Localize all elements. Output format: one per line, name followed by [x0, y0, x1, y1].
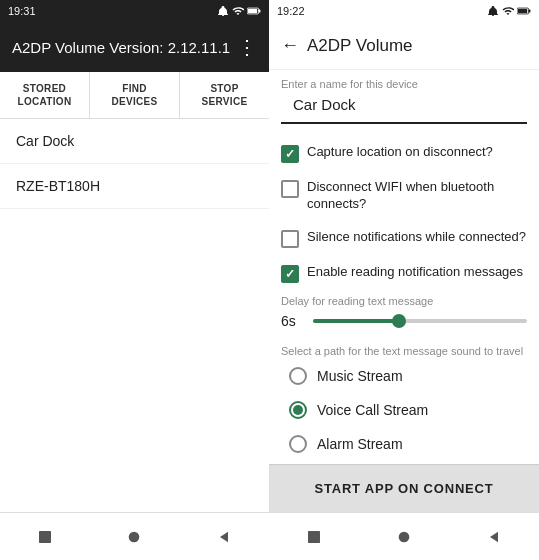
- battery-icon-right: [517, 6, 531, 16]
- app-header-right: ← A2DP Volume: [269, 22, 539, 70]
- slider-value: 6s: [281, 313, 305, 329]
- alarm-stream-radio[interactable]: [289, 435, 307, 453]
- enable-reading-row[interactable]: Enable reading notification messages: [269, 256, 539, 291]
- wifi-icon-right: [502, 5, 514, 17]
- svg-rect-7: [529, 10, 531, 13]
- music-stream-radio[interactable]: [289, 367, 307, 385]
- alarm-stream-label: Alarm Stream: [317, 436, 403, 452]
- disconnect-wifi-row[interactable]: Disconnect WIFI when bluetooth connects?: [269, 171, 539, 221]
- home-nav-btn[interactable]: [124, 527, 144, 547]
- app-title-left: A2DP Volume Version: 2.12.11.1: [12, 39, 230, 56]
- voice-call-stream-radio[interactable]: [289, 401, 307, 419]
- svg-point-4: [129, 531, 140, 542]
- svg-rect-2: [248, 9, 257, 13]
- stop-nav-btn[interactable]: [35, 527, 55, 547]
- time-right: 19:22: [277, 5, 305, 17]
- slider-thumb[interactable]: [392, 314, 406, 328]
- capture-location-row[interactable]: Capture location on disconnect?: [269, 136, 539, 171]
- enable-reading-label: Enable reading notification messages: [307, 264, 523, 281]
- slider-container[interactable]: 6s: [269, 309, 539, 341]
- list-item[interactable]: RZE-BT180H: [0, 164, 269, 209]
- nav-bar-right: [269, 512, 539, 560]
- status-icons-left: [217, 5, 261, 17]
- device-name-value: Car Dock: [293, 96, 356, 113]
- music-stream-label: Music Stream: [317, 368, 403, 384]
- disconnect-wifi-label: Disconnect WIFI when bluetooth connects?: [307, 179, 527, 213]
- battery-icon-left: [247, 6, 261, 16]
- svg-rect-1: [259, 10, 261, 13]
- voice-call-stream-label: Voice Call Stream: [317, 402, 428, 418]
- svg-marker-5: [220, 531, 228, 542]
- enable-reading-checkbox[interactable]: [281, 265, 299, 283]
- device-list: Car Dock RZE-BT180H: [0, 119, 269, 512]
- stored-location-btn[interactable]: STOREDLOCATION: [0, 72, 90, 118]
- app-header-left: A2DP Volume Version: 2.12.11.1 ⋮: [0, 22, 269, 72]
- svg-rect-9: [308, 531, 320, 543]
- slider-section-label: Delay for reading text message: [269, 291, 539, 309]
- capture-location-label: Capture location on disconnect?: [307, 144, 493, 161]
- menu-button[interactable]: ⋮: [237, 35, 257, 59]
- stop-nav-btn-right[interactable]: [304, 527, 324, 547]
- voice-call-stream-row[interactable]: Voice Call Stream: [269, 393, 539, 427]
- nav-bar-left: [0, 512, 269, 560]
- device-name-input-row[interactable]: Car Dock: [281, 92, 527, 124]
- alarm-stream-row[interactable]: Alarm Stream: [269, 427, 539, 461]
- list-item[interactable]: Car Dock: [0, 119, 269, 164]
- home-nav-btn-right[interactable]: [394, 527, 414, 547]
- music-stream-row[interactable]: Music Stream: [269, 359, 539, 393]
- radio-inner-selected: [293, 405, 303, 415]
- svg-marker-11: [490, 531, 498, 542]
- start-app-btn[interactable]: START APP ON CONNECT: [269, 473, 539, 504]
- path-label: Select a path for the text message sound…: [269, 341, 539, 359]
- back-nav-btn[interactable]: [214, 527, 234, 547]
- svg-point-10: [399, 531, 410, 542]
- silence-notifications-row[interactable]: Silence notifications while connected?: [269, 221, 539, 256]
- svg-rect-3: [39, 531, 51, 543]
- silence-notifications-label: Silence notifications while connected?: [307, 229, 526, 246]
- notifications-icon-right: [487, 5, 499, 17]
- right-panel: 19:22 ← A2DP Volume Enter a name for thi…: [269, 0, 539, 560]
- back-nav-btn-right[interactable]: [484, 527, 504, 547]
- time-left: 19:31: [8, 5, 36, 17]
- left-panel: 19:31 A2DP Volume Version: 2.12.11.1 ⋮ S…: [0, 0, 269, 560]
- capture-location-checkbox[interactable]: [281, 145, 299, 163]
- wifi-icon-left: [232, 5, 244, 17]
- status-icons-right: [487, 5, 531, 17]
- slider-track[interactable]: [313, 319, 527, 323]
- status-bar-left: 19:31: [0, 0, 269, 22]
- app-title-right: A2DP Volume: [307, 36, 413, 56]
- start-app-btn-row[interactable]: START APP ON CONNECT: [269, 464, 539, 512]
- slider-fill: [313, 319, 399, 323]
- stop-service-btn[interactable]: STOPSERVICE: [180, 72, 269, 118]
- status-bar-right: 19:22: [269, 0, 539, 22]
- silence-notifications-checkbox[interactable]: [281, 230, 299, 248]
- action-buttons-row: STOREDLOCATION FINDDEVICES STOPSERVICE: [0, 72, 269, 119]
- settings-scroll: Enter a name for this device Car Dock Ca…: [269, 70, 539, 464]
- notifications-icon-left: [217, 5, 229, 17]
- back-button[interactable]: ←: [281, 35, 299, 56]
- find-devices-btn[interactable]: FINDDEVICES: [90, 72, 180, 118]
- disconnect-wifi-checkbox[interactable]: [281, 180, 299, 198]
- svg-rect-8: [518, 9, 527, 13]
- device-name-label: Enter a name for this device: [269, 78, 539, 90]
